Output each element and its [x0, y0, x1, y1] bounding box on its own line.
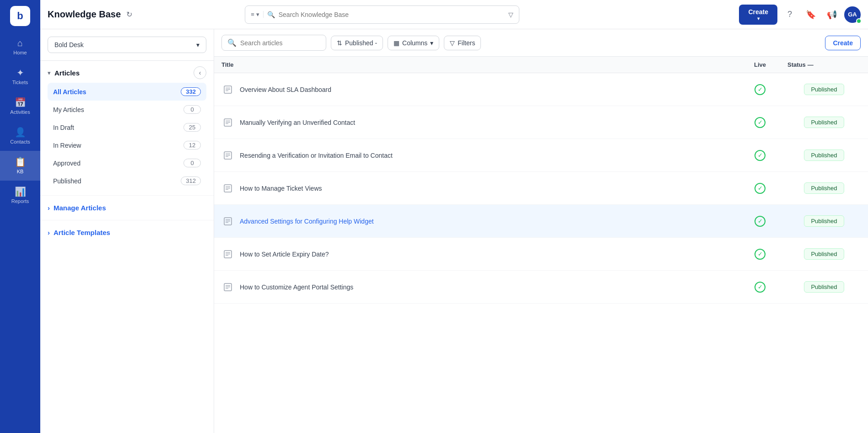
row-status-cell: Published [787, 248, 861, 260]
live-check-icon: ✓ [755, 84, 766, 95]
row-live-cell: ✓ [733, 282, 787, 293]
row-title-cell: Resending a Verification or Invitation E… [221, 149, 733, 162]
filters-label: Filters [458, 39, 475, 47]
tickets-icon: ✦ [16, 68, 24, 77]
article-filter-item[interactable]: Approved0 [48, 154, 206, 172]
row-live-cell: ✓ [733, 183, 787, 194]
sidebar-item-contacts[interactable]: 👤Contacts [0, 121, 40, 151]
filters-button[interactable]: ▽ Filters [444, 36, 481, 50]
table-row[interactable]: How to Set Article Expiry Date?✓Publishe… [214, 238, 868, 271]
article-type-icon [221, 149, 234, 162]
search-type-selector[interactable]: ≡ ▾ [251, 11, 264, 18]
table-row[interactable]: Advanced Settings for Configuring Help W… [214, 205, 868, 238]
row-status-cell: Published [787, 84, 861, 95]
articles-section-title-row[interactable]: ▾ Articles [48, 69, 80, 77]
row-title-cell: Manually Verifying an Unverified Contact [221, 116, 733, 129]
sidebar-item-activities[interactable]: 📅Activities [0, 91, 40, 121]
live-check-icon: ✓ [755, 150, 766, 161]
sidebar: b ⌂Home✦Tickets📅Activities👤Contacts📋KB📊R… [0, 0, 40, 433]
create-button[interactable]: Create ▾ [739, 5, 777, 25]
article-filter-item[interactable]: My Articles0 [48, 101, 206, 118]
templates-chevron-icon: › [48, 229, 50, 236]
app-logo[interactable]: b [10, 6, 30, 26]
status-col-chevron-icon: — [808, 61, 814, 68]
article-filter-list: All Articles332My Articles0In Draft25In … [48, 83, 206, 190]
status-badge: Published [804, 182, 844, 194]
right-panel: 🔍 ⇅ Published - ▦ Columns ▾ ▽ Filters [214, 29, 868, 433]
avatar-online-badge [856, 18, 862, 24]
article-templates-button[interactable]: › Article Templates [48, 226, 206, 239]
manage-articles-section: › Manage Articles [40, 195, 214, 220]
article-filter-count: 12 [183, 141, 201, 150]
row-title-text: How to Set Article Expiry Date? [240, 251, 329, 258]
status-badge: Published [804, 117, 844, 128]
bookmark-button[interactable]: 🔖 [802, 6, 819, 23]
columns-button[interactable]: ▦ Columns ▾ [388, 36, 439, 50]
search-type-icon: ≡ [251, 11, 254, 18]
article-type-icon [221, 182, 234, 195]
help-button[interactable]: ? [781, 6, 798, 23]
row-title-text: How to Customize Agent Portal Settings [240, 283, 353, 291]
page-title: Knowledge Base [48, 9, 121, 20]
table-row[interactable]: How to Manage Ticket Views✓Published [214, 172, 868, 205]
col-live-header: Live [733, 61, 787, 68]
live-check-icon: ✓ [755, 249, 766, 260]
sidebar-item-reports[interactable]: 📊Reports [0, 181, 40, 210]
collapse-panel-button[interactable]: ‹ [194, 66, 206, 79]
article-filter-item[interactable]: All Articles332 [48, 83, 206, 101]
row-title-text: Overview About SLA Dashboard [240, 86, 331, 93]
manage-articles-label: Manage Articles [54, 204, 106, 212]
row-title-cell: How to Manage Ticket Views [221, 182, 733, 195]
table-row[interactable]: How to Customize Agent Portal Settings✓P… [214, 271, 868, 304]
notification-icon: 📢 [827, 10, 837, 20]
table-row[interactable]: Manually Verifying an Unverified Contact… [214, 106, 868, 139]
article-filter-count: 332 [181, 87, 201, 96]
live-check-icon: ✓ [755, 183, 766, 194]
search-icon: 🔍 [267, 11, 275, 18]
article-filter-count: 0 [183, 159, 201, 167]
article-templates-section: › Article Templates [40, 220, 214, 245]
articles-section-title: Articles [54, 69, 80, 77]
article-type-icon [221, 215, 234, 228]
row-live-cell: ✓ [733, 249, 787, 260]
portal-select-button[interactable]: Bold Desk ▾ [48, 37, 206, 53]
article-filter-item[interactable]: In Review12 [48, 136, 206, 154]
content-area: Bold Desk ▾ ▾ Articles ‹ All Articles332… [40, 29, 868, 433]
sidebar-item-tickets[interactable]: ✦Tickets [0, 62, 40, 91]
search-articles-input[interactable] [240, 39, 320, 47]
sidebar-item-kb[interactable]: 📋KB [0, 151, 40, 181]
article-filter-count: 312 [181, 176, 201, 185]
table-rows-container: Overview About SLA Dashboard✓PublishedMa… [214, 73, 868, 304]
row-live-cell: ✓ [733, 216, 787, 227]
notification-button[interactable]: 📢 [823, 6, 841, 23]
row-status-cell: Published [787, 117, 861, 128]
status-badge: Published [804, 281, 844, 293]
filter-icon[interactable]: ▽ [508, 11, 513, 18]
topbar-search-input[interactable] [279, 11, 505, 18]
table-row[interactable]: Overview About SLA Dashboard✓Published [214, 73, 868, 106]
contacts-icon: 👤 [15, 128, 26, 137]
article-filter-item[interactable]: In Draft25 [48, 118, 206, 136]
article-filter-item[interactable]: Published312 [48, 172, 206, 190]
articles-toolbar: 🔍 ⇅ Published - ▦ Columns ▾ ▽ Filters [214, 29, 868, 57]
sidebar-item-home[interactable]: ⌂Home [0, 32, 40, 62]
col-status-header: Status — [787, 61, 861, 68]
articles-table: Title Live Status — Overview About SLA D… [214, 57, 868, 433]
row-status-cell: Published [787, 215, 861, 227]
topbar-right-actions: Create ▾ ? 🔖 📢 GA [739, 5, 861, 25]
article-filter-label: In Review [53, 142, 81, 149]
articles-create-button[interactable]: Create [825, 36, 861, 50]
article-type-icon [221, 248, 234, 261]
table-row[interactable]: Resending a Verification or Invitation E… [214, 139, 868, 172]
manage-articles-button[interactable]: › Manage Articles [48, 201, 206, 214]
sidebar-nav: ⌂Home✦Tickets📅Activities👤Contacts📋KB📊Rep… [0, 32, 40, 433]
published-filter-button[interactable]: ⇅ Published - [331, 36, 383, 50]
articles-section: ▾ Articles ‹ All Articles332My Articles0… [40, 61, 214, 195]
filters-icon: ▽ [450, 39, 455, 47]
refresh-button[interactable]: ↻ [126, 10, 132, 19]
live-check-icon: ✓ [755, 216, 766, 227]
manage-chevron-icon: › [48, 204, 50, 212]
avatar[interactable]: GA [844, 6, 861, 23]
sidebar-item-label-contacts: Contacts [10, 139, 30, 144]
row-live-cell: ✓ [733, 84, 787, 95]
